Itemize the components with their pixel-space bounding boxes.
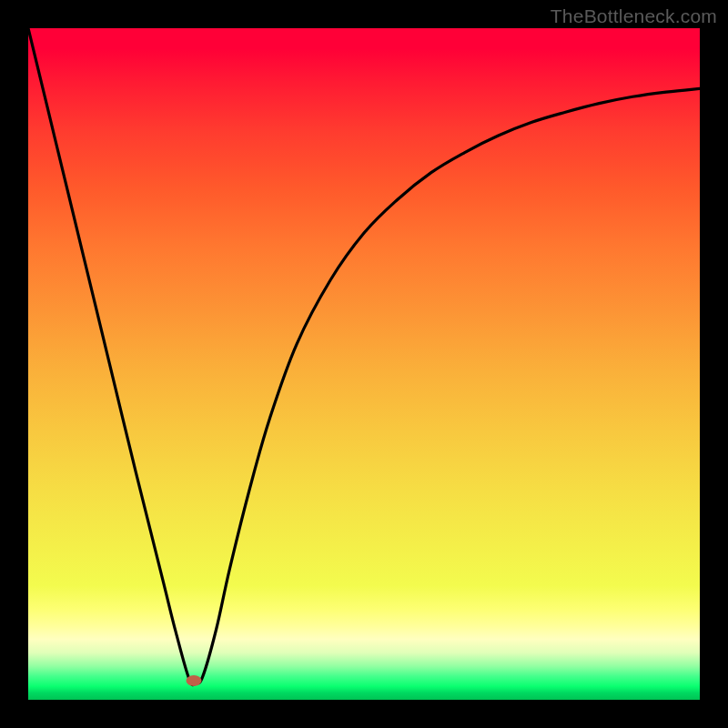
watermark: TheBottleneck.com [551,5,717,27]
minimum-marker [186,675,201,686]
plot-area [28,28,700,700]
bottleneck-curve [28,28,700,700]
